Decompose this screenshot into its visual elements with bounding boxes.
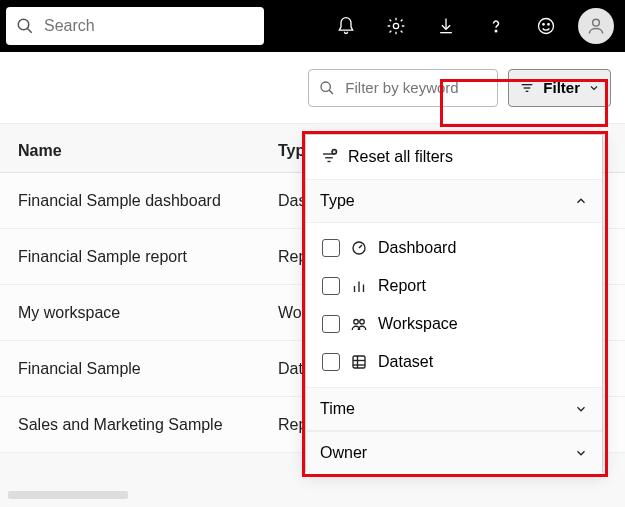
filter-keyword[interactable] [308,69,498,107]
filter-button-label: Filter [543,79,580,96]
search-icon [319,80,335,96]
reset-filter-icon [320,148,338,166]
list-toolbar: Filter [0,52,625,124]
filter-option-dashboard[interactable]: Dashboard [306,229,602,267]
gear-icon [386,16,406,36]
filter-option-label: Dataset [378,353,433,371]
svg-line-1 [27,28,32,33]
report-icon [350,277,368,295]
cell-name: Financial Sample dashboard [18,192,278,210]
checkbox[interactable] [322,353,340,371]
avatar [578,8,614,44]
smiley-icon [536,16,556,36]
filter-option-label: Report [378,277,426,295]
cell-name: Sales and Marketing Sample [18,416,278,434]
settings-button[interactable] [373,0,419,52]
filter-option-workspace[interactable]: Workspace [306,305,602,343]
checkbox[interactable] [322,315,340,333]
global-search[interactable] [6,7,264,45]
chevron-down-icon [574,402,588,416]
download-icon [436,16,456,36]
filter-option-dataset[interactable]: Dataset [306,343,602,381]
dataset-icon [350,353,368,371]
filter-section-label: Time [320,400,355,418]
checkbox[interactable] [322,239,340,257]
svg-line-9 [329,90,333,94]
filter-option-report[interactable]: Report [306,267,602,305]
person-icon [586,16,606,36]
filter-icon [519,80,535,96]
workspace-icon [350,315,368,333]
svg-point-6 [548,24,550,26]
top-bar [0,0,625,52]
filter-section-time[interactable]: Time [306,387,602,431]
filter-section-label: Owner [320,444,367,462]
cell-name: Financial Sample [18,360,278,378]
search-icon [16,17,34,35]
svg-point-22 [360,320,365,325]
global-search-input[interactable] [42,16,254,36]
dashboard-icon [350,239,368,257]
svg-rect-23 [353,356,365,368]
svg-point-2 [393,23,398,28]
filter-type-options: Dashboard Report Workspace [306,223,602,387]
notifications-button[interactable] [323,0,369,52]
chevron-down-icon [574,446,588,460]
svg-point-4 [539,19,554,34]
svg-point-3 [495,30,497,32]
filter-section-type[interactable]: Type [306,179,602,223]
svg-point-0 [18,19,29,30]
app-root: Filter Name Type Financial Sample dashbo… [0,0,625,507]
filter-option-label: Dashboard [378,239,456,257]
download-button[interactable] [423,0,469,52]
bell-icon [336,16,356,36]
chevron-up-icon [574,194,588,208]
filter-section-label: Type [320,192,355,210]
svg-point-5 [543,24,545,26]
help-button[interactable] [473,0,519,52]
svg-point-7 [593,19,600,26]
svg-point-8 [321,82,330,91]
column-header-name[interactable]: Name [18,142,278,160]
reset-filters-button[interactable]: Reset all filters [306,135,602,179]
filter-section-owner[interactable]: Owner [306,431,602,475]
horizontal-scrollbar[interactable] [8,491,128,499]
filter-option-label: Workspace [378,315,458,333]
filter-panel: Reset all filters Type Dashboard Rep [305,134,603,472]
account-button[interactable] [573,0,619,52]
feedback-button[interactable] [523,0,569,52]
svg-point-21 [354,320,359,325]
filter-button[interactable]: Filter [508,69,611,107]
chevron-down-icon [588,82,600,94]
reset-filters-label: Reset all filters [348,148,453,166]
help-icon [486,16,506,36]
cell-name: My workspace [18,304,278,322]
checkbox[interactable] [322,277,340,295]
cell-name: Financial Sample report [18,248,278,266]
